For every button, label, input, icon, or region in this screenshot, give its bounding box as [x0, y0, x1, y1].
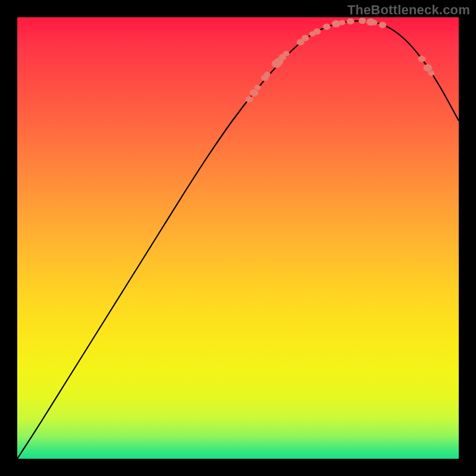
curve-marker — [283, 51, 289, 56]
curve-marker — [264, 72, 270, 77]
curve-marker — [371, 20, 377, 25]
curve-svg — [17, 17, 459, 459]
curve-marker — [323, 24, 330, 30]
curve-marker — [246, 96, 253, 102]
curve-marker — [379, 22, 386, 28]
curve-markers — [246, 18, 434, 102]
bottleneck-curve — [17, 21, 459, 459]
curve-marker — [339, 20, 345, 25]
curve-marker — [314, 29, 321, 35]
curve-marker — [428, 71, 434, 76]
curve-marker — [302, 35, 309, 41]
curve-marker — [255, 85, 261, 90]
curve-marker — [332, 20, 340, 27]
chart-frame: TheBottleneck.com — [0, 0, 476, 476]
curve-marker — [418, 56, 425, 62]
curve-marker — [250, 89, 258, 96]
watermark-text: TheBottleneck.com — [347, 2, 470, 18]
curve-marker — [424, 64, 432, 71]
plot-area — [17, 17, 459, 459]
curve-marker — [359, 18, 366, 24]
curve-marker — [347, 18, 354, 24]
